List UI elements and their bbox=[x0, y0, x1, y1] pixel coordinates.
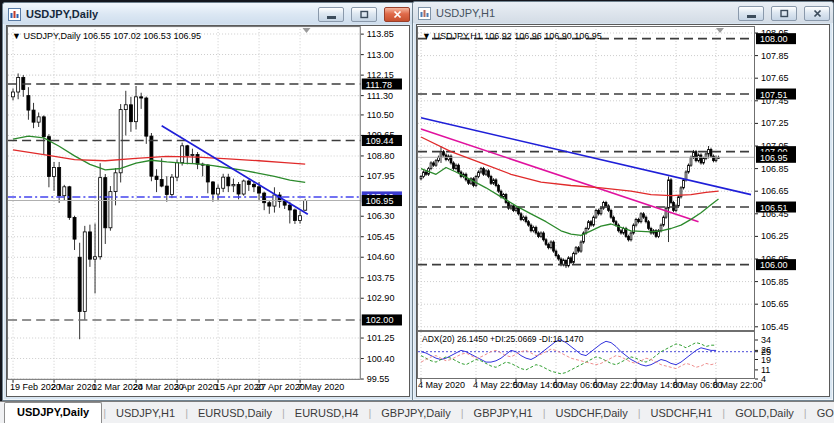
daily-chart-canvas[interactable]: 19 Feb 20202 Mar 202012 Mar 202024 Mar 2… bbox=[7, 26, 409, 396]
svg-text:105.65: 105.65 bbox=[761, 299, 789, 309]
chart-icon bbox=[8, 8, 21, 21]
svg-text:106.30: 106.30 bbox=[367, 211, 395, 221]
svg-text:105.85: 105.85 bbox=[761, 277, 789, 287]
svg-text:113.00: 113.00 bbox=[367, 50, 394, 60]
svg-text:102.00: 102.00 bbox=[366, 315, 394, 325]
svg-text:106.95: 106.95 bbox=[760, 153, 788, 163]
h1-chart-area: 4 May 20204 May 22:005 May 14:006 May 06… bbox=[416, 24, 830, 397]
svg-text:106.00: 106.00 bbox=[760, 260, 788, 270]
svg-text:101.25: 101.25 bbox=[367, 333, 395, 343]
chart-tab-bar: USDJPY,Daily|USDJPY,H1|EURUSD,Daily|EURU… bbox=[0, 401, 834, 423]
svg-text:8 May 22:00: 8 May 22:00 bbox=[713, 380, 763, 390]
svg-text:▼ USDJPY,H1 106.92 106.96 106.: ▼ USDJPY,H1 106.92 106.96 106.90 106.95 bbox=[422, 31, 602, 41]
svg-text:106.65: 106.65 bbox=[761, 186, 789, 196]
tab-gbpjpy-h1[interactable]: GBPJPY,H1 bbox=[465, 404, 542, 423]
svg-text:105.45: 105.45 bbox=[367, 232, 395, 242]
daily-chart-area: 19 Feb 20202 Mar 202012 Mar 202024 Mar 2… bbox=[6, 25, 410, 397]
h1-chart-canvas[interactable]: 4 May 20204 May 22:005 May 14:006 May 06… bbox=[417, 25, 829, 396]
restore-button[interactable] bbox=[771, 6, 797, 21]
tab-usdjpy-h1[interactable]: USDJPY,H1 bbox=[107, 404, 184, 423]
svg-text:111.78: 111.78 bbox=[366, 80, 392, 90]
svg-text:105.45: 105.45 bbox=[761, 322, 789, 332]
svg-text:104.60: 104.60 bbox=[367, 252, 395, 262]
daily-chart-window: USDJPY,Daily 19 Feb 20202 Mar 202012 Mar… bbox=[2, 2, 414, 401]
svg-text:111.30: 111.30 bbox=[367, 91, 393, 101]
svg-text:107.51: 107.51 bbox=[760, 90, 788, 100]
svg-text:4 May 2020: 4 May 2020 bbox=[418, 380, 465, 390]
svg-text:108.80: 108.80 bbox=[367, 151, 395, 161]
tab-gold-h1[interactable]: GOLD,H1 bbox=[808, 404, 834, 423]
tab-gold-daily[interactable]: GOLD,Daily bbox=[726, 404, 803, 423]
svg-text:106.85: 106.85 bbox=[761, 164, 789, 174]
tab-eurusd-h4[interactable]: EURUSD,H4 bbox=[286, 404, 368, 423]
svg-text:110.50: 110.50 bbox=[367, 110, 394, 120]
svg-text:106.95: 106.95 bbox=[366, 196, 394, 206]
svg-text:107.65: 107.65 bbox=[761, 73, 789, 83]
svg-text:108.00: 108.00 bbox=[760, 34, 788, 44]
tab-usdchf-h1[interactable]: USDCHF,H1 bbox=[642, 404, 722, 423]
svg-text:103.75: 103.75 bbox=[367, 273, 395, 283]
svg-text:4: 4 bbox=[761, 374, 766, 384]
close-icon bbox=[393, 10, 402, 19]
minimize-icon bbox=[327, 16, 336, 19]
svg-text:107.25: 107.25 bbox=[761, 118, 789, 128]
minimize-icon bbox=[747, 15, 756, 18]
tab-usdchf-daily[interactable]: USDCHF,Daily bbox=[547, 404, 637, 423]
close-button[interactable] bbox=[804, 6, 830, 21]
svg-text:99.55: 99.55 bbox=[367, 374, 390, 384]
svg-text:2 Mar 2020: 2 Mar 2020 bbox=[51, 382, 97, 392]
tab-gbpjpy-daily[interactable]: GBPJPY,Daily bbox=[372, 404, 460, 423]
close-icon bbox=[813, 9, 822, 18]
chart-icon bbox=[418, 7, 431, 20]
tab-eurusd-daily[interactable]: EURUSD,Daily bbox=[189, 404, 281, 423]
restore-button[interactable] bbox=[351, 7, 377, 22]
svg-text:106.51: 106.51 bbox=[760, 203, 788, 213]
restore-icon bbox=[360, 10, 369, 19]
window-title: USDJPY,Daily bbox=[26, 8, 98, 20]
tab-bar-tabs: USDJPY,Daily|USDJPY,H1|EURUSD,Daily|EURU… bbox=[4, 402, 834, 423]
close-button[interactable] bbox=[384, 7, 410, 22]
h1-chart-window: USDJPY,H1 4 May 20204 May 22:005 May 14:… bbox=[412, 1, 834, 401]
svg-text:3 Apr 2020: 3 Apr 2020 bbox=[174, 382, 218, 392]
tab-usdjpy-daily[interactable]: USDJPY,Daily bbox=[4, 402, 102, 423]
svg-text:107.95: 107.95 bbox=[367, 171, 395, 181]
svg-text:34: 34 bbox=[761, 335, 771, 345]
svg-text:100.40: 100.40 bbox=[367, 354, 395, 364]
window-title: USDJPY,H1 bbox=[436, 7, 495, 19]
svg-text:106.25: 106.25 bbox=[761, 231, 789, 241]
svg-text:102.90: 102.90 bbox=[367, 293, 395, 303]
svg-text:109.44: 109.44 bbox=[366, 136, 394, 146]
svg-text:7 May 2020: 7 May 2020 bbox=[297, 382, 344, 392]
minimize-button[interactable] bbox=[318, 7, 344, 22]
h1-window-titlebar[interactable]: USDJPY,H1 bbox=[413, 2, 833, 23]
svg-text:▼ USDJPY,Daily 106.55 107.02 1: ▼ USDJPY,Daily 106.55 107.02 106.53 106.… bbox=[12, 31, 201, 41]
svg-text:ADX(20) 26.1450 +DI:25.0669 -D: ADX(20) 26.1450 +DI:25.0669 -DI:16.1470 bbox=[422, 334, 584, 344]
svg-text:19: 19 bbox=[761, 355, 771, 365]
restore-icon bbox=[780, 9, 789, 18]
minimize-button[interactable] bbox=[738, 6, 764, 21]
daily-window-titlebar[interactable]: USDJPY,Daily bbox=[3, 3, 413, 24]
svg-text:107.85: 107.85 bbox=[761, 51, 789, 61]
svg-text:113.85: 113.85 bbox=[367, 29, 394, 39]
